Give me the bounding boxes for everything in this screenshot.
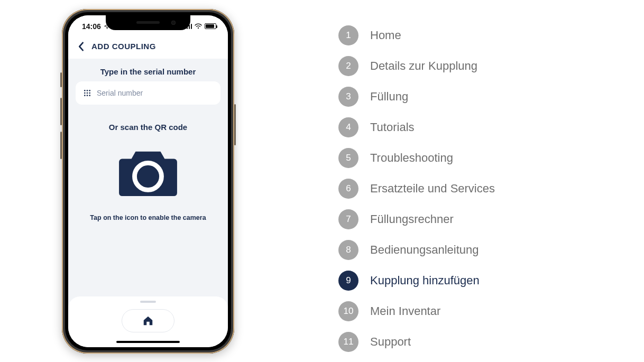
menu-label: Support: [370, 335, 411, 349]
svg-point-9: [89, 95, 90, 96]
svg-point-5: [87, 92, 88, 94]
svg-point-6: [89, 92, 90, 94]
menu-number-badge: 1: [338, 25, 358, 45]
menu-item-7[interactable]: 7Füllungsrechner: [338, 209, 644, 229]
serial-placeholder: Serial number: [97, 89, 143, 97]
menu-label: Mein Inventar: [370, 304, 440, 318]
serial-input[interactable]: Serial number: [76, 81, 220, 105]
wifi-icon: [195, 23, 202, 30]
serial-prompt: Type in the serial number: [76, 67, 220, 76]
menu-number-badge: 8: [338, 240, 358, 260]
tap-hint: Tap on the icon to enable the camera: [76, 214, 220, 221]
menu-item-8[interactable]: 8Bedienungsanleitung: [338, 240, 644, 260]
front-camera: [171, 21, 176, 25]
camera-block: Tap on the icon to enable the camera: [76, 145, 220, 221]
mute-switch: [60, 72, 62, 87]
menu-item-10[interactable]: 10Mein Inventar: [338, 301, 644, 321]
battery-icon: [205, 23, 216, 29]
menu-item-5[interactable]: 5Troubleshooting: [338, 148, 644, 168]
menu-label: Füllungsrechner: [370, 212, 454, 226]
camera-icon[interactable]: [117, 145, 179, 199]
keypad-icon: [83, 89, 91, 97]
menu-label: Home: [370, 29, 401, 42]
menu-label: Füllung: [370, 90, 408, 104]
menu-item-9[interactable]: 9Kupplung hinzufügen: [338, 271, 644, 291]
menu-item-11[interactable]: 11Support: [338, 332, 644, 352]
menu-label: Kupplung hinzufügen: [370, 274, 480, 287]
menu-legend: 1Home2Details zur Kupplung3Füllung4Tutor…: [296, 0, 644, 362]
home-button[interactable]: [122, 309, 174, 332]
power-button: [234, 104, 236, 145]
volume-up: [60, 98, 62, 125]
page-title: ADD COUPLING: [91, 42, 156, 51]
phone-frame: 14:06: [62, 9, 234, 354]
home-icon: [142, 315, 154, 327]
menu-item-2[interactable]: 2Details zur Kupplung: [338, 56, 644, 76]
drag-handle[interactable]: [140, 301, 156, 303]
svg-point-4: [84, 92, 86, 94]
svg-point-3: [89, 90, 90, 91]
app-header: ADD COUPLING: [68, 38, 228, 59]
home-indicator: [116, 341, 180, 343]
back-chevron-icon[interactable]: [78, 42, 84, 51]
menu-label: Troubleshooting: [370, 151, 453, 165]
volume-down: [60, 132, 62, 159]
menu-item-4[interactable]: 4Tutorials: [338, 117, 644, 137]
menu-number-badge: 5: [338, 148, 358, 168]
menu-number-badge: 6: [338, 179, 358, 199]
svg-point-0: [198, 27, 199, 28]
speaker-grille: [136, 21, 160, 24]
phone-mockup: 14:06: [0, 0, 296, 362]
menu-item-6[interactable]: 6Ersatzteile und Services: [338, 179, 644, 199]
menu-item-1[interactable]: 1Home: [338, 25, 644, 45]
menu-number-badge: 9: [338, 271, 358, 291]
menu-item-3[interactable]: 3Füllung: [338, 87, 644, 107]
bottom-sheet[interactable]: [68, 296, 228, 347]
menu-number-badge: 3: [338, 87, 358, 107]
svg-point-8: [87, 95, 88, 96]
clock-text: 14:06: [82, 22, 101, 31]
menu-number-badge: 7: [338, 209, 358, 229]
menu-number-badge: 10: [338, 301, 358, 321]
menu-label: Ersatzteile und Services: [370, 182, 495, 196]
svg-point-2: [87, 90, 88, 91]
svg-point-1: [84, 90, 86, 91]
menu-label: Bedienungsanleitung: [370, 243, 479, 257]
svg-point-7: [84, 95, 86, 96]
menu-number-badge: 4: [338, 117, 358, 137]
menu-label: Tutorials: [370, 120, 415, 134]
menu-number-badge: 11: [338, 332, 358, 352]
menu-list: 1Home2Details zur Kupplung3Füllung4Tutor…: [338, 25, 644, 352]
phone-screen: 14:06: [68, 15, 228, 347]
notch: [106, 15, 190, 30]
or-prompt: Or scan the QR code: [76, 123, 220, 132]
menu-number-badge: 2: [338, 56, 358, 76]
menu-label: Details zur Kupplung: [370, 59, 477, 73]
